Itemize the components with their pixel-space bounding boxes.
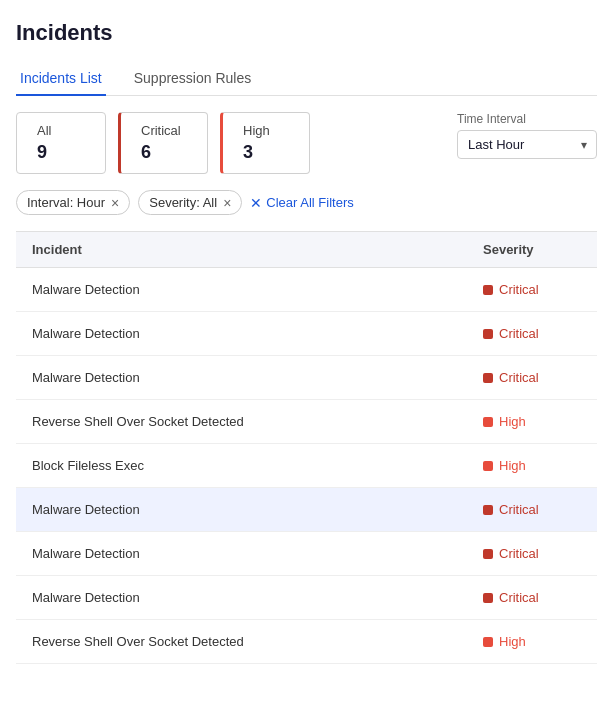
tabs-row: Incidents List Suppression Rules xyxy=(16,62,597,96)
table-row[interactable]: Block Fileless ExecHigh xyxy=(16,444,597,488)
severity-dot-icon xyxy=(483,285,493,295)
severity-dot-icon xyxy=(483,417,493,427)
page-title: Incidents xyxy=(16,20,597,46)
incident-name: Block Fileless Exec xyxy=(16,444,467,488)
severity-cell: Critical xyxy=(467,356,597,400)
table-row[interactable]: Reverse Shell Over Socket DetectedHigh xyxy=(16,620,597,664)
clear-all-filters-button[interactable]: ✕ Clear All Filters xyxy=(250,195,353,211)
incident-name: Malware Detection xyxy=(16,576,467,620)
table-row[interactable]: Malware DetectionCritical xyxy=(16,532,597,576)
incident-name: Malware Detection xyxy=(16,356,467,400)
table-row[interactable]: Malware DetectionCritical xyxy=(16,268,597,312)
clear-all-label: Clear All Filters xyxy=(266,195,353,210)
severity-label: Critical xyxy=(499,502,539,517)
column-header-incident: Incident xyxy=(16,232,467,268)
filter-chip-interval-remove[interactable]: × xyxy=(111,196,119,210)
severity-label: Critical xyxy=(499,590,539,605)
severity-label: High xyxy=(499,634,526,649)
severity-cell: Critical xyxy=(467,268,597,312)
filter-chip-severity-label: Severity: All xyxy=(149,195,217,210)
table-row[interactable]: Malware DetectionCritical xyxy=(16,488,597,532)
severity-cell: High xyxy=(467,400,597,444)
table-header: Incident Severity xyxy=(16,232,597,268)
severity-dot-icon xyxy=(483,373,493,383)
severity-dot-icon xyxy=(483,505,493,515)
incident-name: Reverse Shell Over Socket Detected xyxy=(16,400,467,444)
stat-card-all[interactable]: All 9 xyxy=(16,112,106,174)
severity-cell: Critical xyxy=(467,576,597,620)
stat-label-high: High xyxy=(243,123,289,138)
filter-chip-severity-remove[interactable]: × xyxy=(223,196,231,210)
clear-all-x-icon: ✕ xyxy=(250,195,262,211)
time-interval-label: Time Interval xyxy=(457,112,526,126)
severity-cell: Critical xyxy=(467,312,597,356)
incident-name: Malware Detection xyxy=(16,532,467,576)
table-row[interactable]: Malware DetectionCritical xyxy=(16,312,597,356)
time-interval-group: Time Interval Last Hour Last 24 Hours La… xyxy=(457,112,597,159)
severity-cell: High xyxy=(467,620,597,664)
filter-chip-interval[interactable]: Interval: Hour × xyxy=(16,190,130,215)
table-body: Malware DetectionCriticalMalware Detecti… xyxy=(16,268,597,664)
stat-card-critical[interactable]: Critical 6 xyxy=(118,112,208,174)
severity-label: Critical xyxy=(499,546,539,561)
time-interval-select-wrapper: Last Hour Last 24 Hours Last 7 Days Last… xyxy=(457,130,597,159)
severity-cell: Critical xyxy=(467,488,597,532)
severity-dot-icon xyxy=(483,461,493,471)
severity-label: High xyxy=(499,414,526,429)
stat-value-critical: 6 xyxy=(141,142,187,163)
stat-value-all: 9 xyxy=(37,142,85,163)
stat-label-critical: Critical xyxy=(141,123,187,138)
severity-label: Critical xyxy=(499,370,539,385)
severity-label: High xyxy=(499,458,526,473)
severity-dot-icon xyxy=(483,637,493,647)
filter-chip-severity[interactable]: Severity: All × xyxy=(138,190,242,215)
severity-label: Critical xyxy=(499,326,539,341)
table-row[interactable]: Reverse Shell Over Socket DetectedHigh xyxy=(16,400,597,444)
filters-row: Interval: Hour × Severity: All × ✕ Clear… xyxy=(16,190,597,215)
stats-row: All 9 Critical 6 High 3 Time Interval La… xyxy=(16,112,597,174)
incident-name: Malware Detection xyxy=(16,268,467,312)
incident-name: Reverse Shell Over Socket Detected xyxy=(16,620,467,664)
table-row[interactable]: Malware DetectionCritical xyxy=(16,356,597,400)
stat-value-high: 3 xyxy=(243,142,289,163)
stat-label-all: All xyxy=(37,123,85,138)
severity-cell: Critical xyxy=(467,532,597,576)
severity-dot-icon xyxy=(483,593,493,603)
severity-label: Critical xyxy=(499,282,539,297)
table-row[interactable]: Malware DetectionCritical xyxy=(16,576,597,620)
stat-card-high[interactable]: High 3 xyxy=(220,112,310,174)
severity-dot-icon xyxy=(483,329,493,339)
time-interval-select[interactable]: Last Hour Last 24 Hours Last 7 Days Last… xyxy=(457,130,597,159)
filter-chip-interval-label: Interval: Hour xyxy=(27,195,105,210)
tab-suppression-rules[interactable]: Suppression Rules xyxy=(130,62,256,96)
incidents-table: Incident Severity Malware DetectionCriti… xyxy=(16,231,597,664)
tab-incidents-list[interactable]: Incidents List xyxy=(16,62,106,96)
incident-name: Malware Detection xyxy=(16,488,467,532)
severity-dot-icon xyxy=(483,549,493,559)
severity-cell: High xyxy=(467,444,597,488)
incident-name: Malware Detection xyxy=(16,312,467,356)
column-header-severity: Severity xyxy=(467,232,597,268)
